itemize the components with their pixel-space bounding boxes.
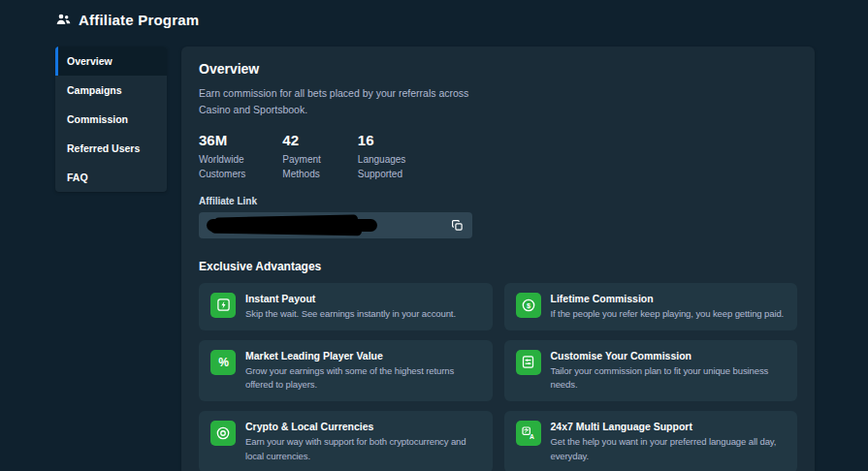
lifetime-commission-icon: $ [516,293,541,318]
stat-payment-methods: 42 Payment Methods [282,132,320,181]
advantage-card-customise-commission: Customise Your Commission Tailor your co… [504,340,798,402]
sidebar-item-label: Commission [67,113,128,125]
stat-label: Languages Supported [358,152,406,181]
advantage-card-lifetime-commission: $ Lifetime Commission If the people you … [504,283,798,330]
content: Overview Campaigns Commission Referred U… [0,39,868,471]
affiliate-link-label: Affiliate Link [199,196,797,206]
card-description: Earn your way with support for both cryp… [245,435,481,463]
page-header: Affiliate Program [0,0,868,39]
overview-description: Earn commission for all bets placed by y… [199,85,797,118]
sidebar-item-referred-users[interactable]: Referred Users [55,134,167,163]
sidebar: Overview Campaigns Commission Referred U… [55,47,167,192]
sidebar-item-label: FAQ [67,172,88,183]
card-description: Get the help you want in your preferred … [551,435,787,463]
advantages-grid: Instant Payout Skip the wait. See earnin… [199,283,797,471]
language-support-icon: A [516,421,541,446]
sidebar-item-commission[interactable]: Commission [55,105,167,134]
stat-worldwide-customers: 36M Worldwide Customers [199,132,245,181]
card-description: Tailor your commission plan to fit your … [551,364,787,392]
copy-icon [451,219,464,232]
sidebar-item-overview[interactable]: Overview [55,47,167,76]
card-title: Market Leading Player Value [245,350,481,361]
svg-text:A: A [529,433,533,440]
main-panel: Overview Earn commission for all bets pl… [181,47,815,471]
advantages-title: Exclusive Advantages [199,260,797,273]
sidebar-item-campaigns[interactable]: Campaigns [55,76,167,105]
advantage-card-instant-payout: Instant Payout Skip the wait. See earnin… [199,283,493,330]
card-description: If the people you refer keep playing, yo… [551,307,785,321]
advantage-card-language-support: A 24x7 Multi Language Support Get the he… [504,411,798,471]
page-title: Affiliate Program [79,12,199,28]
card-title: Lifetime Commission [551,293,785,304]
card-description: Grow your earnings with some of the high… [245,364,481,392]
crypto-currencies-icon [210,421,236,446]
sidebar-item-label: Overview [67,55,113,67]
affiliate-link-redacted-value [207,219,377,232]
card-text: Crypto & Local Currencies Earn your way … [245,421,481,463]
card-title: Customise Your Commission [551,350,787,361]
stat-value: 16 [358,132,406,148]
card-text: Instant Payout Skip the wait. See earnin… [245,293,456,321]
svg-text:$: $ [526,300,530,309]
stat-languages-supported: 16 Languages Supported [358,132,406,181]
card-text: 24x7 Multi Language Support Get the help… [551,421,787,463]
sidebar-item-label: Referred Users [67,142,140,154]
copy-button[interactable] [445,213,468,236]
affiliate-icon [55,12,71,27]
card-text: Market Leading Player Value Grow your ea… [245,350,481,392]
overview-title: Overview [199,61,797,77]
card-title: Instant Payout [245,293,456,304]
advantage-card-crypto-currencies: Crypto & Local Currencies Earn your way … [199,411,493,471]
advantage-card-player-value: % Market Leading Player Value Grow your … [199,340,493,402]
stat-value: 42 [282,132,320,148]
player-value-icon: % [210,350,236,375]
card-text: Lifetime Commission If the people you re… [551,293,785,321]
stat-label: Worldwide Customers [199,152,245,181]
card-title: 24x7 Multi Language Support [551,421,787,432]
card-description: Skip the wait. See earnings instantly in… [245,307,456,321]
instant-payout-icon [210,293,236,318]
sidebar-item-label: Campaigns [67,84,122,96]
card-text: Customise Your Commission Tailor your co… [551,350,787,392]
affiliate-link-field[interactable] [199,212,472,238]
stat-value: 36M [199,132,245,148]
svg-text:%: % [218,356,229,369]
stat-label: Payment Methods [282,152,320,181]
page: Affiliate Program Overview Campaigns Com… [0,0,868,471]
stats-row: 36M Worldwide Customers 42 Payment Metho… [199,132,797,181]
sidebar-item-faq[interactable]: FAQ [55,163,167,192]
card-title: Crypto & Local Currencies [245,421,481,432]
customise-commission-icon [516,350,541,375]
